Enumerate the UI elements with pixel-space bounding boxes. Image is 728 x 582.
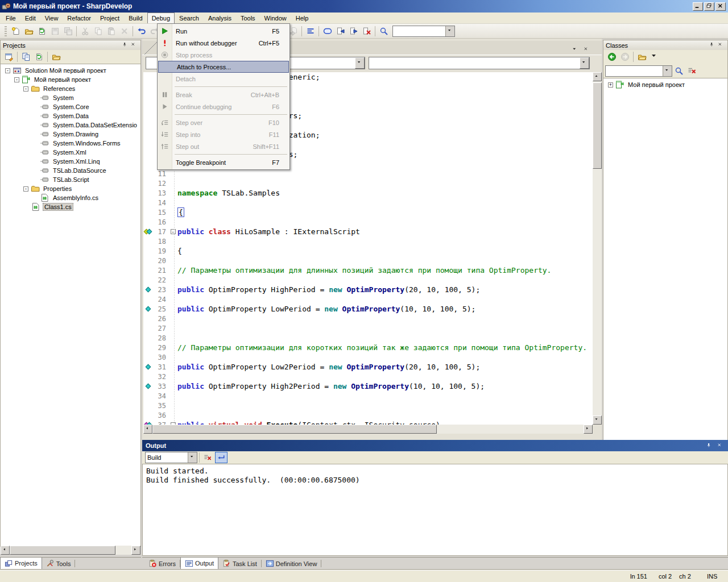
code-line[interactable]: 16	[143, 217, 593, 227]
clear-output-icon[interactable]	[201, 452, 214, 463]
close-button[interactable]	[715, 2, 726, 11]
scroll-thumb[interactable]	[152, 425, 437, 434]
code-line[interactable]: 29// Параметры оптимизации для коротких …	[143, 343, 593, 352]
search-icon[interactable]	[377, 25, 390, 38]
classes-search-input[interactable]	[605, 65, 672, 77]
tab-task-list[interactable]: Task List	[218, 558, 261, 569]
tree-item[interactable]: System.Windows.Forms	[1, 139, 140, 148]
breakpoint-margin[interactable]	[143, 92, 152, 101]
code-line[interactable]: 26	[143, 314, 593, 323]
breakpoint-margin[interactable]	[143, 410, 152, 420]
breakpoint-margin[interactable]	[143, 101, 152, 111]
clear-bookmarks-icon[interactable]	[360, 25, 373, 38]
scroll-right-icon[interactable]	[131, 546, 140, 555]
breakpoint-margin[interactable]	[143, 72, 152, 82]
menu-analysis[interactable]: Analysis	[204, 13, 236, 23]
breakpoint-margin[interactable]	[143, 256, 152, 265]
tree-item[interactable]: AssemblyInfo.cs	[1, 193, 140, 202]
collapse-icon[interactable]: -	[14, 77, 19, 82]
breakpoint-ellipse-icon[interactable]	[321, 25, 334, 38]
prev-bookmark-icon[interactable]	[334, 25, 347, 38]
code-line[interactable]: 21// Параметры оптимизации для длинных п…	[143, 265, 593, 275]
breakpoint-margin[interactable]	[143, 227, 152, 236]
menu-view[interactable]: View	[40, 13, 63, 23]
breakpoint-margin[interactable]	[143, 333, 152, 343]
breakpoint-margin[interactable]	[143, 372, 152, 381]
projects-hscrollbar[interactable]	[1, 546, 140, 555]
breakpoint-margin[interactable]	[143, 323, 152, 333]
breakpoint-margin[interactable]	[143, 314, 152, 323]
folder-open-icon[interactable]	[49, 51, 63, 63]
tree-item[interactable]: -Solution Мой первый проект	[1, 66, 140, 75]
breakpoint-margin[interactable]	[143, 294, 152, 304]
tree-item[interactable]: System.Data.DataSetExtensio	[1, 120, 140, 130]
tree-item[interactable]: TSLab.DataSource	[1, 166, 140, 175]
menu-help[interactable]: Help	[291, 13, 313, 23]
tree-item[interactable]: -References	[1, 84, 140, 93]
breakpoint-margin[interactable]	[143, 362, 152, 372]
back-icon[interactable]	[605, 51, 618, 63]
breakpoint-margin[interactable]	[143, 120, 152, 130]
editor-vscrollbar[interactable]	[593, 72, 602, 425]
code-line[interactable]: 36	[143, 410, 593, 420]
menu-item-run[interactable]: RunF5	[158, 25, 289, 37]
search-icon[interactable]	[672, 65, 685, 77]
chevron-down-icon[interactable]	[445, 26, 454, 36]
undo-icon[interactable]	[135, 25, 148, 38]
breakpoint-margin[interactable]	[143, 140, 152, 149]
chevron-down-icon[interactable]	[648, 51, 661, 63]
tree-item[interactable]: System.Data	[1, 111, 140, 120]
menu-search[interactable]: Search	[175, 13, 204, 23]
breakpoint-margin[interactable]	[143, 265, 152, 275]
menu-debug[interactable]: Debug	[147, 13, 175, 23]
tree-item[interactable]: System.Drawing	[1, 130, 140, 139]
close-icon[interactable]	[130, 41, 138, 49]
menu-refactor[interactable]: Refactor	[63, 13, 96, 23]
tab-tools[interactable]: Tools	[42, 558, 75, 569]
breakpoint-margin[interactable]	[143, 391, 152, 401]
word-wrap-icon[interactable]	[215, 452, 228, 463]
code-line[interactable]: 32	[143, 372, 593, 381]
breakpoint-margin[interactable]	[143, 169, 152, 178]
code-line[interactable]: 17-public class HiLoSample : IExternalSc…	[143, 227, 593, 236]
output-log[interactable]: Build started.Build finished successfull…	[142, 464, 728, 556]
scroll-thumb[interactable]	[10, 546, 115, 555]
breakpoint-margin[interactable]	[143, 149, 152, 159]
scroll-left-icon[interactable]	[143, 425, 152, 434]
scroll-down-icon[interactable]	[593, 415, 602, 425]
tree-item[interactable]: System.Xml.Linq	[1, 157, 140, 166]
breakpoint-margin[interactable]	[143, 207, 152, 217]
code-line[interactable]: 15{	[143, 207, 593, 217]
chevron-down-icon[interactable]	[663, 66, 672, 76]
code-line[interactable]: 18	[143, 236, 593, 246]
tab-list-chevron-icon[interactable]	[570, 45, 580, 53]
menu-item-run-without-debugger[interactable]: Run without debuggerCtrl+F5	[158, 37, 289, 49]
breakpoint-margin[interactable]	[143, 178, 152, 188]
code-line[interactable]: 19{	[143, 246, 593, 256]
output-category-combo[interactable]: Build	[145, 452, 197, 463]
tree-item[interactable]: System.Xml	[1, 148, 140, 157]
scroll-left-icon[interactable]	[1, 546, 10, 555]
code-line[interactable]: 23public OptimProperty HighPeriod = new …	[143, 285, 593, 294]
restore-button[interactable]	[704, 2, 714, 11]
properties-icon[interactable]	[2, 51, 15, 63]
breakpoint-margin[interactable]	[143, 246, 152, 256]
collapse-icon[interactable]: -	[5, 68, 10, 73]
tab-projects[interactable]: Projects	[0, 558, 42, 569]
breakpoint-margin[interactable]	[143, 82, 152, 92]
scroll-right-icon[interactable]	[584, 425, 593, 434]
menu-project[interactable]: Project	[96, 13, 124, 23]
chevron-down-icon[interactable]	[355, 57, 365, 69]
code-line[interactable]: 22	[143, 275, 593, 285]
fold-margin[interactable]: -	[168, 229, 177, 234]
tree-item[interactable]: -Мой первый проект	[1, 75, 140, 84]
toolbar-combo[interactable]	[392, 26, 455, 37]
code-line[interactable]: 25public OptimProperty LowPeriod = new O…	[143, 304, 593, 314]
pages-icon[interactable]	[19, 51, 32, 63]
code-line[interactable]: 11	[143, 169, 593, 178]
breakpoint-margin[interactable]	[143, 381, 152, 391]
code-line[interactable]: 12	[143, 178, 593, 188]
code-line[interactable]: 13namespace TSLab.Samples	[143, 188, 593, 198]
pin-icon[interactable]	[708, 41, 717, 49]
close-document-icon[interactable]	[582, 45, 591, 53]
